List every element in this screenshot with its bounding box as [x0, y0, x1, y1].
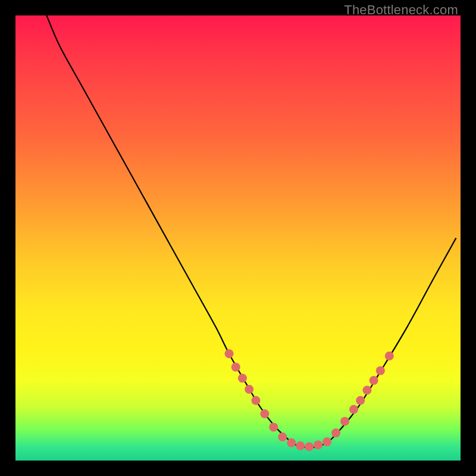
data-point-marker: [260, 409, 269, 418]
data-point-marker: [362, 386, 371, 394]
data-point-marker: [245, 385, 253, 394]
data-point-marker: [225, 349, 234, 358]
markers-group: [225, 349, 394, 451]
data-point-marker: [287, 439, 296, 447]
data-point-marker: [356, 396, 365, 405]
data-point-marker: [376, 366, 385, 375]
curve-svg: [15, 15, 461, 461]
data-point-marker: [278, 433, 287, 441]
data-point-marker: [238, 374, 247, 383]
data-point-marker: [385, 352, 394, 361]
data-point-marker: [305, 442, 314, 451]
data-point-marker: [251, 396, 260, 405]
data-point-marker: [322, 437, 331, 446]
bottleneck-curve: [46, 15, 456, 447]
data-point-marker: [331, 428, 340, 437]
data-point-marker: [314, 440, 322, 449]
data-point-marker: [269, 422, 278, 431]
data-point-marker: [340, 417, 349, 426]
data-point-marker: [296, 441, 305, 450]
plot-area: [15, 15, 461, 461]
data-point-marker: [369, 376, 378, 385]
chart-frame: TheBottleneck.com: [0, 0, 476, 476]
data-point-marker: [231, 362, 240, 371]
data-point-marker: [349, 405, 358, 414]
